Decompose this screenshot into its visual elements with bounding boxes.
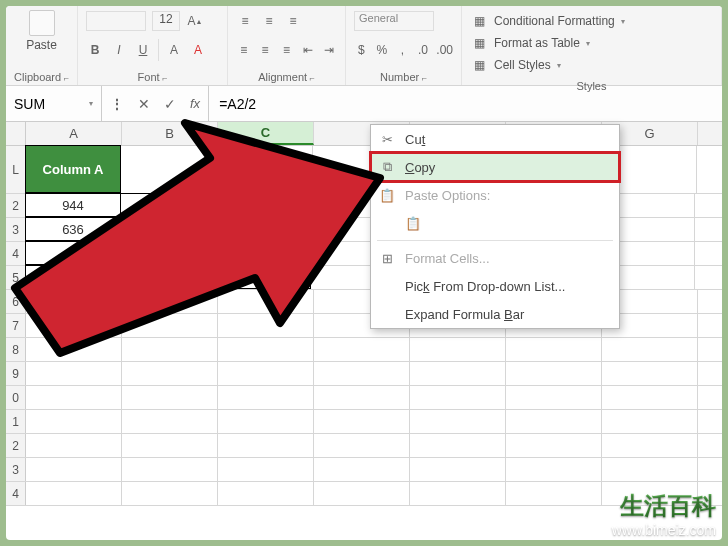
formula-input[interactable] <box>209 96 722 112</box>
font-case-icon[interactable]: A <box>165 41 183 59</box>
cell[interactable] <box>314 362 410 385</box>
cell[interactable] <box>218 410 314 433</box>
underline-button[interactable]: U <box>134 41 152 59</box>
cell[interactable] <box>602 434 698 457</box>
format-as-table-button[interactable]: ▦ Format as Table ▾ <box>470 32 713 54</box>
cell-B5[interactable]: ake <box>120 265 216 289</box>
cell[interactable] <box>506 362 602 385</box>
cell[interactable] <box>26 362 122 385</box>
cell[interactable] <box>506 434 602 457</box>
cell[interactable] <box>218 362 314 385</box>
currency-icon[interactable]: $ <box>354 41 369 59</box>
cell[interactable] <box>314 458 410 481</box>
cell[interactable] <box>122 362 218 385</box>
cell-B2[interactable] <box>120 193 216 217</box>
cancel-formula-button[interactable]: ✕ <box>138 96 150 112</box>
data-header-A[interactable]: Column A <box>25 145 121 193</box>
row-head-11[interactable]: 1 <box>6 410 26 433</box>
font-size-dropdown[interactable]: 12 <box>152 11 180 31</box>
ctx-cut[interactable]: ✂ Cut <box>371 125 619 153</box>
row-head-6[interactable]: 6 <box>6 290 26 313</box>
cell[interactable] <box>26 338 122 361</box>
cell[interactable] <box>218 386 314 409</box>
align-middle-icon[interactable]: ≡ <box>260 12 278 30</box>
cell[interactable] <box>218 458 314 481</box>
cell-A2[interactable]: 944 <box>25 193 121 217</box>
ctx-pick-dropdown[interactable]: Pick From Drop-down List... <box>371 272 619 300</box>
row-head-5[interactable]: 5 <box>6 266 26 289</box>
ctx-expand-formula-bar[interactable]: Expand Formula Bar <box>371 300 619 328</box>
cell[interactable] <box>217 146 313 193</box>
cell[interactable] <box>26 290 122 313</box>
cell[interactable] <box>122 458 218 481</box>
select-all-corner[interactable] <box>6 122 26 145</box>
cell[interactable] <box>314 338 410 361</box>
cell[interactable] <box>26 386 122 409</box>
cell[interactable] <box>122 410 218 433</box>
cell[interactable] <box>410 362 506 385</box>
cell[interactable] <box>410 458 506 481</box>
cell[interactable] <box>506 410 602 433</box>
cell-styles-button[interactable]: ▦ Cell Styles ▾ <box>470 54 713 76</box>
cell[interactable] <box>122 314 218 337</box>
col-head-A[interactable]: A <box>26 122 122 145</box>
paste-icon[interactable] <box>29 10 55 36</box>
confirm-formula-button[interactable]: ✓ <box>164 96 176 112</box>
conditional-formatting-button[interactable]: ▦ Conditional Formatting ▾ <box>470 10 713 32</box>
cell-C4[interactable]: 56 <box>215 241 311 265</box>
font-name-dropdown[interactable] <box>86 11 146 31</box>
cell[interactable] <box>122 338 218 361</box>
cell[interactable] <box>26 410 122 433</box>
cell[interactable] <box>218 290 314 313</box>
col-head-B[interactable]: B <box>122 122 218 145</box>
align-right-icon[interactable]: ≡ <box>279 41 294 59</box>
cell[interactable] <box>506 482 602 505</box>
cell[interactable] <box>506 338 602 361</box>
cell[interactable] <box>602 386 698 409</box>
cell[interactable] <box>122 482 218 505</box>
cell-C3[interactable] <box>215 217 311 241</box>
bold-button[interactable]: B <box>86 41 104 59</box>
row-head-14[interactable]: 4 <box>6 482 26 505</box>
cell[interactable] <box>602 410 698 433</box>
cell[interactable] <box>122 290 218 313</box>
cell[interactable] <box>410 410 506 433</box>
row-head-9[interactable]: 9 <box>6 362 26 385</box>
row-head-8[interactable]: 8 <box>6 338 26 361</box>
cell[interactable] <box>122 386 218 409</box>
cell[interactable] <box>218 482 314 505</box>
row-head-13[interactable]: 3 <box>6 458 26 481</box>
row-head-12[interactable]: 2 <box>6 434 26 457</box>
row-head-1[interactable]: L <box>6 146 26 193</box>
cell[interactable] <box>26 482 122 505</box>
ctx-format-cells[interactable]: ⊞ Format Cells... <box>371 244 619 272</box>
indent-decrease-icon[interactable]: ⇤ <box>300 41 315 59</box>
name-box-caret-icon[interactable]: ▾ <box>89 99 93 108</box>
cell-A4[interactable]: 71 <box>25 241 121 265</box>
cell[interactable] <box>602 338 698 361</box>
cell[interactable] <box>506 458 602 481</box>
cell[interactable] <box>410 482 506 505</box>
cell[interactable] <box>314 482 410 505</box>
cell[interactable] <box>26 458 122 481</box>
number-format-dropdown[interactable]: General <box>354 11 434 31</box>
cell[interactable] <box>410 386 506 409</box>
cell[interactable] <box>314 386 410 409</box>
paste-label[interactable]: Paste <box>26 38 57 52</box>
row-head-10[interactable]: 0 <box>6 386 26 409</box>
cell-A5[interactable] <box>25 265 121 289</box>
row-head-4[interactable]: 4 <box>6 242 26 265</box>
decimal-decrease-icon[interactable]: .00 <box>436 41 453 59</box>
name-box-input[interactable] <box>14 96 78 112</box>
align-left-icon[interactable]: ≡ <box>236 41 251 59</box>
italic-button[interactable]: I <box>110 41 128 59</box>
row-head-3[interactable]: 3 <box>6 218 26 241</box>
cell-B3[interactable] <box>120 217 216 241</box>
align-bottom-icon[interactable]: ≡ <box>284 12 302 30</box>
align-center-icon[interactable]: ≡ <box>257 41 272 59</box>
fx-icon[interactable]: fx <box>190 96 200 111</box>
cell[interactable] <box>122 434 218 457</box>
name-box[interactable]: ▾ <box>6 86 102 121</box>
comma-icon[interactable]: , <box>395 41 410 59</box>
cell-A3[interactable]: 636 <box>25 217 121 241</box>
